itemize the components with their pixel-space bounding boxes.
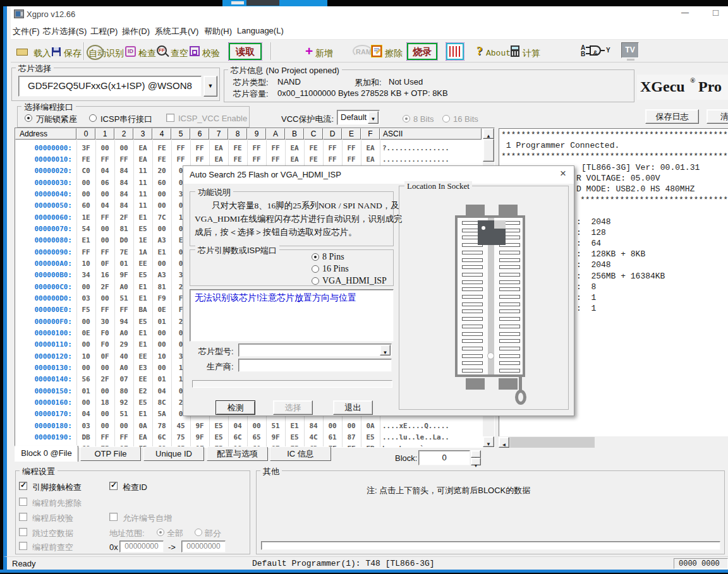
range-from-input[interactable]: 00000000 (119, 541, 164, 553)
pin-detect-button[interactable] (446, 43, 464, 60)
dialog-title-bar[interactable]: Auto Search 25 Flash or VGA_HDMI_ISP × (183, 166, 574, 184)
vendor-input[interactable] (238, 359, 392, 372)
app-icon (14, 9, 24, 18)
background-window-fragment (246, 0, 279, 6)
model-dropdown-button[interactable]: ▼ (380, 345, 391, 356)
menu-item-2[interactable]: 工程(P) (90, 26, 118, 37)
skip-blank-checkbox[interactable] (19, 528, 27, 536)
hex-header-cell: 3 (133, 128, 152, 140)
socket-radio[interactable] (25, 114, 32, 122)
scroll-thumb[interactable] (483, 139, 494, 162)
range-part-radio[interactable] (195, 529, 202, 536)
chip-select-dropdown-button[interactable]: ▼ (203, 76, 217, 97)
bits16-radio[interactable] (442, 115, 450, 123)
scroll-thumb[interactable] (510, 437, 595, 448)
exit-button[interactable]: 退出 (333, 400, 373, 415)
range-to-input[interactable]: 00000000 (181, 541, 226, 553)
menu-item-5[interactable]: 帮助(H) (204, 26, 232, 37)
detect-button[interactable]: 检测 (215, 400, 255, 415)
menu-item-1[interactable]: 芯片选择(S) (43, 26, 87, 37)
check-id-checkbox[interactable]: ✓ (109, 482, 118, 490)
chip-model-combo[interactable]: ▼ (238, 344, 392, 357)
icsp-radio[interactable] (89, 114, 97, 122)
select-button[interactable]: 选择 (273, 400, 313, 415)
menu-item-0[interactable]: 文件(F) (13, 26, 40, 37)
verify-button[interactable]: 校验 (190, 44, 224, 61)
blank-check-button[interactable]: FF 查空 (157, 44, 191, 61)
add-button[interactable]: + 新增 (305, 44, 342, 61)
save-log-button[interactable]: 保存日志 (645, 109, 699, 124)
auto-search-dialog: Auto Search 25 Flash or VGA_HDMI_ISP × 功… (183, 165, 574, 416)
log-hscrollbar[interactable]: ◄ (499, 437, 728, 448)
burn-button[interactable]: 烧录 (407, 43, 437, 60)
logic-gate-button[interactable]: A B & Y (581, 44, 612, 61)
erase-before-checkbox[interactable] (19, 498, 27, 506)
chip-info-group: 芯片信息 (No Project opened) 芯片类型: NAND 累加和:… (224, 69, 634, 102)
range-all-radio[interactable] (157, 529, 164, 536)
title-bar[interactable]: Xgpro v12.66 — □ (11, 6, 728, 23)
tab-2[interactable]: Unique ID (143, 446, 204, 461)
tab-0[interactable]: Block 0 @File (15, 445, 78, 462)
log-line: ****************************************… (501, 130, 728, 140)
window-bottom-border (0, 570, 728, 573)
scroll-up-button[interactable]: ▲ (483, 128, 494, 139)
hex-header-cell: F (361, 128, 380, 140)
log-line: ****************************************… (501, 152, 728, 161)
icsp-vcc-checkbox[interactable] (166, 114, 174, 122)
dialog-progress-bar (192, 380, 392, 388)
verify-after-checkbox[interactable] (19, 513, 27, 521)
chip-info-label: 芯片信息 (No Project opened) (228, 65, 342, 76)
calc-button[interactable]: 计算 (511, 44, 546, 61)
chevron-down-icon: ▼ (208, 83, 214, 89)
menu-item-6[interactable]: Language(L) (237, 26, 284, 35)
vcc-dropdown-button[interactable]: ▼ (368, 111, 379, 124)
save-button[interactable]: 保存 (52, 45, 82, 60)
background-window-fragment (231, 1, 244, 4)
pins16-radio[interactable] (312, 265, 319, 273)
auto-identify-button[interactable]: 自动识别 (87, 44, 126, 61)
menu-item-4[interactable]: 系统工具(V) (155, 26, 198, 37)
read-button[interactable]: 读取 (229, 43, 262, 60)
block-spinner[interactable]: 0 (418, 450, 470, 465)
vga-hdmi-radio[interactable] (312, 277, 319, 285)
pin-check-checkbox[interactable]: ✓ (19, 482, 27, 490)
log-line: [TL866-3G] Ver: 00.01.31 (581, 163, 700, 172)
calculator-icon (511, 45, 519, 57)
blank-check-checkbox[interactable] (19, 542, 27, 550)
tab-3[interactable]: 配置与选项 (207, 446, 268, 461)
tab-1[interactable]: OTP File (80, 446, 141, 461)
interface-group: 选择编程接口 万能锁紧座 ICSP串行接口 ICSP_VCC Enable (17, 106, 250, 128)
erase-icon (372, 45, 382, 57)
vcc-combo[interactable]: Default ▼ (337, 110, 380, 125)
block-down-button[interactable]: ▼ (471, 458, 481, 465)
clear-log-button[interactable]: 清除 (707, 109, 728, 124)
check-button[interactable]: ID 检查 (125, 44, 159, 61)
pins8-radio[interactable] (312, 253, 319, 261)
block-up-button[interactable]: ▲ (471, 450, 481, 458)
menu-bar: 文件(F)芯片选择(S)工程(P)操作(D)系统工具(V)帮助(H)Langua… (11, 23, 728, 39)
desktop: Xgpro v12.66 — □ 文件(F)芯片选择(S)工程(P)操作(D)系… (0, 0, 728, 574)
maximize-button[interactable]: □ (713, 7, 719, 18)
magnifier-icon (87, 45, 104, 60)
log-line: : 1 (576, 304, 596, 313)
chip-select-label: 芯片选择 (16, 63, 54, 75)
hex-header-cell: B (285, 128, 304, 140)
scroll-down-button[interactable]: ▼ (483, 436, 494, 447)
menu-item-3[interactable]: 操作(D) (122, 26, 150, 37)
scroll-left-button[interactable]: ◄ (499, 437, 509, 448)
search-message: 无法识别该芯片!注意芯片放置方向与位置 (195, 292, 356, 304)
log-line: : 64 (576, 239, 601, 248)
minimize-button[interactable]: — (681, 8, 689, 17)
log-line: : 2048 (576, 217, 611, 227)
erase-button[interactable]: 擦除 (372, 44, 407, 61)
auto-sn-checkbox[interactable] (109, 513, 118, 521)
load-button[interactable]: 载入 (16, 45, 48, 60)
log-line: : 128 (576, 228, 606, 237)
close-icon[interactable]: × (560, 167, 566, 180)
hex-header-cell: 2 (114, 128, 133, 140)
tv-button[interactable]: TV (621, 42, 639, 58)
bits8-radio[interactable] (403, 115, 410, 123)
chip-select-combo[interactable]: GD5F2GQ5UFxxG(x1+ISP) @WSON8 (18, 76, 202, 97)
tab-4[interactable]: IC 信息 (270, 446, 331, 461)
ram-button[interactable]: RAM (353, 44, 374, 61)
